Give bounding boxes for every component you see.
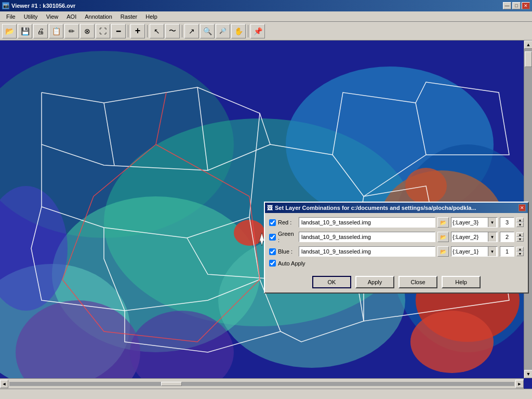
scroll-thumb-v[interactable] [525, 51, 532, 67]
scroll-right-button[interactable]: ► [515, 380, 524, 388]
blue-file-browse-button[interactable]: 📂 [437, 246, 449, 257]
blue-label: Blue : [278, 248, 297, 255]
minimize-button[interactable]: — [503, 2, 511, 9]
menu-bar: File Utility View AOI Annotation Raster … [0, 11, 532, 22]
red-spin-control: ▲ ▼ [516, 218, 524, 227]
fullscreen-tool-button[interactable]: ⛶ [96, 24, 110, 38]
circle-tool-button[interactable]: ⊗ [80, 24, 95, 38]
red-spin-down[interactable]: ▼ [516, 222, 524, 227]
save-tool-button[interactable]: 💾 [18, 24, 32, 38]
green-layer-number: 2 [500, 232, 514, 242]
dialog-icon: 🖼 [267, 205, 273, 211]
green-layer-combo[interactable]: {:Layer_2} ▼ [451, 232, 498, 242]
red-combo-arrow[interactable]: ▼ [488, 218, 496, 227]
green-spin-up[interactable]: ▲ [516, 232, 524, 237]
cursor-tool-button[interactable]: ↖ [150, 24, 164, 38]
apply-button[interactable]: Apply [355, 276, 394, 288]
green-combo-arrow[interactable]: ▼ [488, 232, 496, 242]
red-spin-up[interactable]: ▲ [516, 218, 524, 222]
help-button[interactable]: Help [442, 276, 481, 288]
dialog-body: Red : landsat_10_9_tasseled.img 📂 {:Laye… [265, 213, 528, 274]
red-file-display: landsat_10_9_tasseled.img [299, 217, 435, 228]
blue-channel-checkbox[interactable] [269, 248, 276, 255]
window-title: Viewer #1 : k301056.ovr [11, 3, 75, 9]
red-layer-combo[interactable]: {:Layer_3} ▼ [451, 217, 498, 228]
scroll-up-button[interactable]: ▲ [524, 41, 532, 49]
red-layer-row: Red : landsat_10_9_tasseled.img 📂 {:Laye… [269, 217, 524, 228]
dialog-title-bar: 🖼 Set Layer Combinations for c:/document… [265, 203, 528, 213]
red-channel-checkbox[interactable] [269, 219, 276, 226]
green-label: Green : [278, 231, 297, 243]
red-label: Red : [278, 219, 297, 225]
scroll-down-button[interactable]: ▼ [524, 370, 532, 378]
svg-point-10 [410, 311, 494, 373]
info-tool-button[interactable]: 📋 [49, 24, 63, 38]
toolbar-separator-4 [248, 25, 248, 37]
auto-apply-row: Auto Apply [269, 260, 524, 267]
toolbar-separator-1 [128, 25, 128, 37]
close-button[interactable]: ✕ [522, 2, 530, 9]
plus-tool-button[interactable]: + [130, 24, 145, 38]
dialog-close-btn[interactable]: Close [398, 276, 437, 288]
pan-button[interactable]: ✋ [231, 24, 246, 38]
green-spin-down[interactable]: ▼ [516, 237, 524, 242]
menu-utility[interactable]: Utility [20, 12, 42, 21]
green-file-browse-button[interactable]: 📂 [437, 232, 449, 242]
zoom-out-button[interactable]: 🔎 [216, 24, 230, 38]
auto-apply-label: Auto Apply [278, 260, 305, 267]
blue-layer-row: Blue : landsat_10_9_tasseled.img 📂 {:Lay… [269, 246, 524, 257]
blue-file-display: landsat_10_9_tasseled.img [299, 246, 435, 257]
dialog-close-button[interactable]: ✕ [518, 204, 526, 211]
blue-spin-up[interactable]: ▲ [516, 247, 524, 251]
blue-spin-down[interactable]: ▼ [516, 251, 524, 256]
toolbar: 📂 💾 🖨 📋 ✏ ⊗ ⛶ ━ + ↖ 〜 ↗ 🔍 🔎 ✋ 📌 [0, 22, 532, 41]
horizontal-scrollbar[interactable]: ◄ ► [0, 378, 524, 389]
zoom-in-button[interactable]: 🔍 [200, 24, 215, 38]
menu-help[interactable]: Help [141, 12, 162, 21]
scroll-thumb-h[interactable] [161, 382, 182, 386]
dialog-title-text: Set Layer Combinations for c:/documents … [275, 205, 476, 211]
blue-layer-combo[interactable]: {:Layer_1} ▼ [451, 246, 498, 257]
blue-layer-number: 1 [500, 246, 514, 257]
menu-view[interactable]: View [42, 12, 63, 21]
red-layer-number: 3 [500, 217, 514, 228]
arrow-tool-button[interactable]: ↗ [184, 24, 199, 38]
open-tool-button[interactable]: 📂 [2, 24, 17, 38]
title-bar-buttons: — □ ✕ [503, 2, 530, 9]
app-icon: 📷 [2, 2, 9, 9]
maximize-button[interactable]: □ [512, 2, 521, 9]
viewer-area[interactable]: ▲ ▼ ◄ ► 🖼 Set Layer Combinations for c:/… [0, 41, 532, 389]
menu-file[interactable]: File [2, 12, 20, 21]
eraser-tool-button[interactable]: ✏ [64, 24, 79, 38]
auto-apply-checkbox[interactable] [269, 260, 276, 267]
title-bar: 📷 Viewer #1 : k301056.ovr — □ ✕ [0, 0, 532, 11]
green-spin-control: ▲ ▼ [516, 232, 524, 242]
green-channel-checkbox[interactable] [269, 234, 276, 241]
scroll-track-h [9, 382, 514, 386]
status-bar [0, 389, 532, 399]
red-file-browse-button[interactable]: 📂 [437, 217, 449, 228]
blue-spin-control: ▲ ▼ [516, 247, 524, 256]
polyline-tool-button[interactable]: 〜 [165, 24, 180, 38]
toolbar-separator-2 [147, 25, 148, 37]
menu-aoi[interactable]: AOI [62, 12, 81, 21]
print-tool-button[interactable]: 🖨 [33, 24, 48, 38]
layer-combinations-dialog: 🖼 Set Layer Combinations for c:/document… [264, 202, 529, 294]
ok-button[interactable]: OK [312, 276, 351, 288]
pin-button[interactable]: 📌 [250, 24, 265, 38]
scroll-left-button[interactable]: ◄ [0, 380, 8, 388]
svg-point-11 [234, 220, 265, 246]
green-file-display: landsat_10_9_tasseled.img [299, 232, 435, 242]
measure-tool-button[interactable]: ━ [111, 24, 126, 38]
dialog-footer: OK Apply Close Help [265, 274, 528, 292]
menu-annotation[interactable]: Annotation [81, 12, 116, 21]
green-layer-row: Green : landsat_10_9_tasseled.img 📂 {:La… [269, 231, 524, 243]
menu-raster[interactable]: Raster [116, 12, 141, 21]
toolbar-separator-3 [182, 25, 182, 37]
blue-combo-arrow[interactable]: ▼ [488, 247, 496, 256]
